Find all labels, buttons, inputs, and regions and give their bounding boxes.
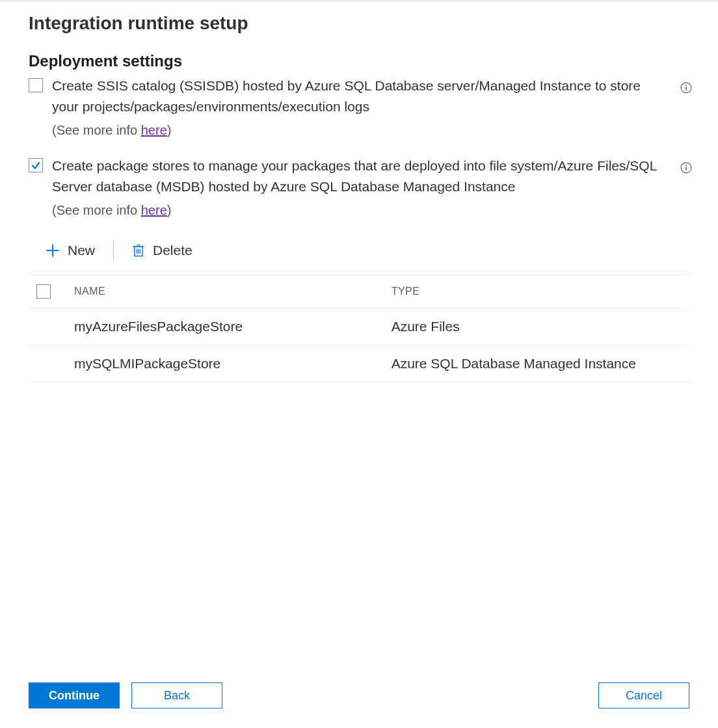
column-header-name[interactable]: NAME — [74, 275, 392, 308]
ssis-option-label: Create SSIS catalog (SSISDB) hosted by A… — [52, 78, 641, 114]
toolbar-separator — [113, 241, 114, 260]
ssis-more-link[interactable]: here — [141, 123, 167, 137]
package-store-toolbar: New Delete — [29, 241, 689, 260]
column-header-type[interactable]: TYPE — [392, 275, 689, 308]
info-icon[interactable] — [680, 162, 692, 174]
store-name-cell: mySQLMIPackageStore — [74, 345, 392, 383]
delete-button-label: Delete — [153, 243, 193, 258]
option-package-stores: Create package stores to manage your pac… — [29, 155, 689, 220]
svg-point-1 — [685, 85, 687, 86]
svg-rect-5 — [685, 167, 687, 170]
plus-icon — [46, 243, 60, 258]
delete-button[interactable]: Delete — [132, 243, 193, 258]
new-button[interactable]: New — [46, 243, 95, 258]
ssis-checkbox[interactable] — [29, 78, 43, 92]
trash-icon — [132, 243, 145, 258]
page-title: Integration runtime setup — [29, 13, 689, 34]
package-stores-option-label: Create package stores to manage your pac… — [52, 158, 657, 194]
back-button[interactable]: Back — [131, 682, 222, 708]
package-stores-checkbox[interactable] — [29, 158, 43, 172]
table-row[interactable]: mySQLMIPackageStore Azure SQL Database M… — [29, 345, 689, 383]
svg-rect-2 — [685, 87, 687, 90]
option-ssis-catalog: Create SSIS catalog (SSISDB) hosted by A… — [29, 75, 689, 140]
continue-button[interactable]: Continue — [29, 682, 120, 708]
ssis-more-info: (See more info here) — [52, 120, 663, 140]
package-stores-more-link[interactable]: here — [141, 203, 167, 217]
package-store-table: NAME TYPE myAzureFilesPackageStore Azure… — [29, 275, 689, 383]
section-title: Deployment settings — [29, 52, 689, 70]
new-button-label: New — [68, 243, 95, 258]
store-name-cell: myAzureFilesPackageStore — [74, 308, 392, 345]
table-row[interactable]: myAzureFilesPackageStore Azure Files — [29, 308, 689, 345]
svg-point-4 — [685, 165, 687, 166]
store-type-cell: Azure Files — [392, 308, 689, 345]
select-all-checkbox[interactable] — [36, 284, 51, 299]
package-stores-more-info: (See more info here) — [52, 200, 663, 220]
store-type-cell: Azure SQL Database Managed Instance — [392, 345, 689, 383]
footer-actions: Continue Back Cancel — [29, 668, 689, 728]
info-icon[interactable] — [680, 82, 692, 94]
cancel-button[interactable]: Cancel — [598, 682, 689, 708]
